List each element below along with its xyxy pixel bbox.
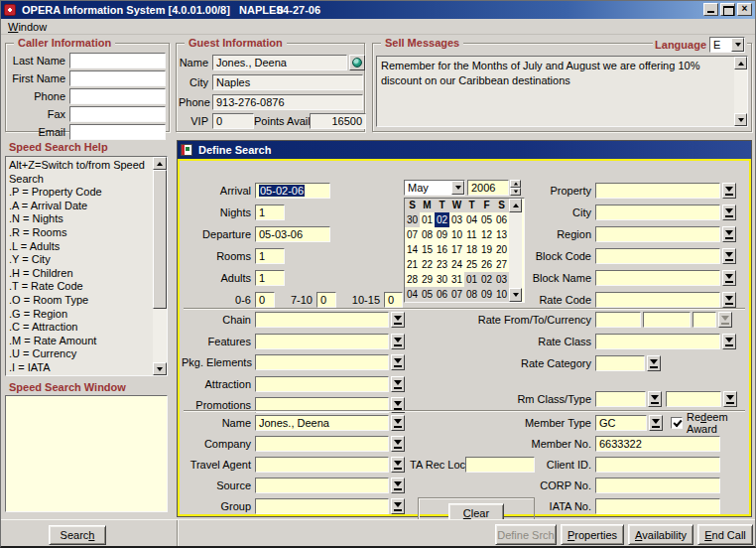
lov-button[interactable]	[722, 292, 736, 308]
company-field[interactable]	[255, 436, 389, 452]
lov-button[interactable]	[722, 334, 736, 349]
travel-agent-field[interactable]	[255, 457, 389, 473]
calendar-day[interactable]: 30	[405, 212, 420, 227]
group-field[interactable]	[255, 498, 389, 514]
lov-button[interactable]	[649, 415, 663, 431]
scrollbar-thumb[interactable]	[153, 170, 167, 309]
lov-button[interactable]	[391, 354, 405, 370]
calendar-day[interactable]: 22	[420, 257, 435, 272]
calendar-day[interactable]: 28	[405, 272, 420, 287]
scroll-up-icon[interactable]	[153, 157, 167, 170]
block-name-field[interactable]	[595, 270, 720, 286]
speed-search-window[interactable]	[5, 395, 168, 512]
rm-type-field[interactable]	[666, 391, 721, 407]
rooms-field[interactable]: 1	[255, 248, 285, 264]
scroll-down-icon[interactable]	[734, 113, 747, 126]
region-field[interactable]	[595, 226, 720, 242]
guest-vip-field[interactable]: 0	[212, 113, 254, 129]
fax-field[interactable]	[69, 106, 166, 122]
phone-field[interactable]	[69, 88, 166, 104]
lov-button[interactable]	[722, 270, 736, 286]
member-type-field[interactable]: GC	[595, 415, 647, 431]
departure-field[interactable]: 05-03-06	[255, 226, 330, 242]
nights-field[interactable]: 1	[255, 205, 285, 220]
chevron-down-icon[interactable]	[731, 38, 744, 52]
rate-category-field[interactable]	[595, 355, 645, 371]
client-id-field[interactable]	[595, 457, 720, 473]
language-select[interactable]: E	[709, 37, 745, 53]
calendar-day[interactable]: 15	[420, 242, 435, 257]
calendar-day[interactable]: 01	[420, 212, 435, 227]
city-field[interactable]	[595, 205, 720, 220]
field-label: Member Type	[447, 417, 591, 429]
lov-button[interactable]	[722, 183, 736, 199]
scrollbar-track[interactable]	[734, 69, 747, 113]
email-field[interactable]	[69, 124, 166, 140]
source-field[interactable]	[255, 478, 389, 493]
rm-class-field[interactable]	[595, 391, 646, 407]
search-button[interactable]: Search	[49, 525, 106, 545]
corp-no-field[interactable]	[595, 478, 720, 493]
points-avail-field[interactable]: 16500	[310, 113, 366, 129]
lov-button[interactable]	[391, 498, 405, 514]
help-scrollbar[interactable]	[153, 157, 167, 375]
first-name-field[interactable]	[69, 70, 166, 86]
availability-button[interactable]: Availability	[628, 524, 693, 545]
lov-button[interactable]	[391, 457, 405, 473]
calendar-day[interactable]: 05	[420, 287, 435, 302]
age-0-6-field[interactable]: 0	[255, 292, 275, 308]
sell-message-scrollbar[interactable]	[734, 57, 747, 126]
lov-button[interactable]	[391, 334, 405, 349]
minimize-button[interactable]	[703, 3, 718, 16]
calendar-day[interactable]: 14	[405, 242, 420, 257]
adults-field[interactable]: 1	[255, 270, 285, 286]
end-call-button[interactable]: End Call	[697, 524, 753, 545]
lov-button[interactable]	[722, 226, 736, 242]
scroll-up-icon[interactable]	[734, 57, 747, 69]
member-no-field[interactable]: 6633322	[595, 436, 720, 452]
property-field[interactable]	[595, 183, 720, 199]
lov-button[interactable]	[723, 391, 737, 407]
lov-button[interactable]	[391, 312, 405, 328]
guest-phone-field[interactable]: 913-276-0876	[212, 94, 363, 110]
lov-button[interactable]	[722, 248, 736, 264]
last-name-field[interactable]	[69, 53, 166, 68]
close-button[interactable]: ×	[737, 3, 752, 16]
attraction-field[interactable]	[255, 376, 389, 392]
scrollbar-track[interactable]	[153, 309, 167, 362]
guest-city-field[interactable]: Naples	[212, 74, 363, 90]
lov-button[interactable]	[391, 478, 405, 493]
calendar-day[interactable]: 04	[405, 287, 420, 302]
lov-button[interactable]	[648, 391, 662, 407]
rate-code-field[interactable]	[595, 292, 720, 308]
menu-window[interactable]: Window	[8, 21, 47, 33]
age-7-10-field[interactable]: 0	[316, 292, 336, 308]
lov-button[interactable]	[647, 355, 661, 371]
guest-name-field[interactable]: Jones., Deena	[212, 55, 347, 70]
globe-button[interactable]	[349, 55, 365, 70]
properties-button[interactable]: Properties	[561, 524, 624, 545]
features-field[interactable]	[255, 334, 389, 349]
block-code-field[interactable]	[595, 248, 720, 264]
calendar-day[interactable]: 29	[420, 272, 435, 287]
rate-from-field[interactable]	[595, 312, 641, 328]
age-10-15-field[interactable]: 0	[384, 292, 403, 308]
maximize-button[interactable]	[720, 3, 735, 16]
calendar-day[interactable]: 07	[405, 227, 420, 242]
lov-button[interactable]	[391, 376, 405, 392]
rate-class-field[interactable]	[595, 334, 720, 349]
calendar-day[interactable]: 08	[420, 227, 435, 242]
redeem-award-checkbox[interactable]	[671, 417, 683, 429]
lov-button[interactable]	[722, 205, 736, 220]
lov-button[interactable]	[391, 415, 405, 431]
lov-button[interactable]	[391, 436, 405, 452]
arrival-field[interactable]: 05-02-06	[255, 183, 330, 199]
scroll-down-icon[interactable]	[153, 362, 167, 375]
chain-field[interactable]	[255, 312, 389, 328]
name-field[interactable]: Jones., Deena	[255, 415, 389, 431]
calendar-day[interactable]: 21	[405, 257, 420, 272]
pkg-elements-field[interactable]	[255, 354, 389, 370]
iata-no-field[interactable]	[595, 498, 720, 514]
rate-currency-field[interactable]	[693, 312, 716, 328]
rate-to-field[interactable]	[643, 312, 691, 328]
